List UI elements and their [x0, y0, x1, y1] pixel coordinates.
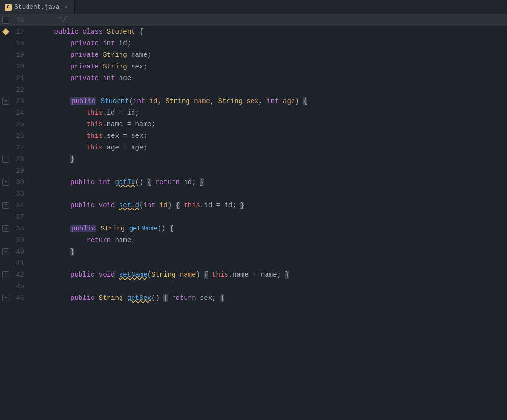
- fold-icon-38[interactable]: ▽: [2, 225, 9, 232]
- line-num-21: 21: [12, 74, 30, 82]
- line-num-29: 29: [12, 167, 30, 175]
- line-num-25: 25: [12, 121, 30, 128]
- gutter-23[interactable]: ▽: [0, 98, 12, 105]
- line-num-42: 42: [12, 271, 30, 279]
- line-num-22: 22: [12, 86, 30, 94]
- fold-icon-46[interactable]: +: [2, 295, 9, 301]
- breakpoint-icon-17: [2, 28, 9, 35]
- line-num-27: 27: [12, 144, 30, 151]
- line-num-45: 45: [12, 283, 30, 290]
- code-line-34: + 34 public void setId(int id) { this.id…: [0, 200, 507, 211]
- code-line-42: + 42 public void setName(String name) { …: [0, 269, 507, 281]
- code-line-46: + 46 public String getSex() { return sex…: [0, 292, 507, 304]
- fold-icon-34[interactable]: +: [2, 202, 9, 209]
- line-num-30: 30: [12, 178, 30, 186]
- line-num-26: 26: [12, 132, 30, 140]
- line-num-17: 17: [12, 28, 30, 36]
- line-num-46: 46: [12, 294, 30, 302]
- line-num-39: 39: [12, 236, 30, 244]
- line-num-23: 23: [12, 97, 30, 105]
- code-line-40: − 40 }: [0, 246, 507, 257]
- code-line-28: − 28 }: [0, 153, 507, 165]
- editor: − 16 */ 17 public class Student { 18 pri…: [0, 14, 507, 420]
- code-line-21: 21 private int age;: [0, 72, 507, 84]
- line-num-33: 33: [12, 190, 30, 198]
- gutter-38[interactable]: ▽: [0, 225, 12, 232]
- line-num-19: 19: [12, 51, 30, 59]
- line-num-24: 24: [12, 109, 30, 117]
- gutter-34[interactable]: +: [0, 202, 12, 209]
- gutter-17: [0, 29, 12, 34]
- code-line-30: + 30 public int getId() { return id; }: [0, 176, 507, 188]
- line-num-41: 41: [12, 259, 30, 267]
- gutter-42[interactable]: +: [0, 271, 12, 278]
- line-content-46: public String getSex() { return sex; }: [30, 286, 507, 310]
- gutter-16[interactable]: −: [0, 17, 12, 24]
- tab-filename: Student.java: [14, 3, 60, 11]
- line-num-16: 16: [12, 16, 30, 24]
- fold-icon-42[interactable]: +: [2, 271, 9, 278]
- gutter-40[interactable]: −: [0, 248, 12, 255]
- gutter-46[interactable]: +: [0, 295, 12, 301]
- fold-icon-23[interactable]: ▽: [2, 98, 9, 105]
- tab-student-java[interactable]: G Student.java ×: [0, 0, 75, 14]
- gutter-30[interactable]: +: [0, 179, 12, 186]
- tab-bar: G Student.java ×: [0, 0, 507, 14]
- line-num-18: 18: [12, 40, 30, 47]
- fold-icon-28[interactable]: −: [2, 156, 9, 163]
- line-num-34: 34: [12, 202, 30, 209]
- line-num-20: 20: [12, 63, 30, 70]
- line-num-28: 28: [12, 155, 30, 163]
- fold-icon-30[interactable]: +: [2, 179, 9, 186]
- line-num-37: 37: [12, 213, 30, 221]
- tab-icon: G: [5, 4, 12, 11]
- line-num-38: 38: [12, 225, 30, 232]
- fold-icon-40[interactable]: −: [2, 248, 9, 255]
- gutter-28[interactable]: −: [0, 156, 12, 163]
- line-num-40: 40: [12, 248, 30, 256]
- tab-close-button[interactable]: ×: [63, 4, 69, 11]
- fold-icon-16[interactable]: −: [2, 17, 9, 24]
